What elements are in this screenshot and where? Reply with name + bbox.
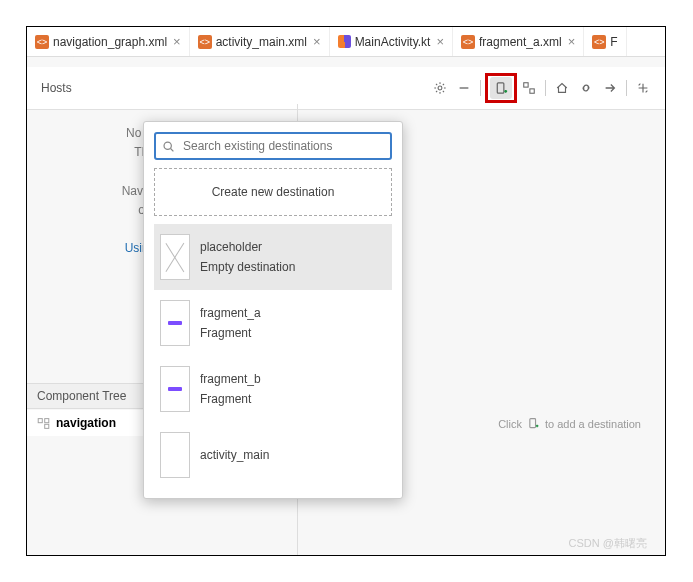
auto-arrange-icon[interactable] [632, 77, 654, 99]
editor-tabs: <> navigation_graph.xml × <> activity_ma… [27, 27, 665, 57]
hint-text: to add a destination [545, 418, 641, 430]
close-icon[interactable]: × [568, 34, 576, 49]
item-subtitle: Empty destination [200, 257, 295, 277]
xml-icon: <> [198, 35, 212, 49]
tab-navigation-graph[interactable]: <> navigation_graph.xml × [27, 27, 190, 56]
tab-label: MainActivity.kt [355, 35, 431, 49]
arrow-right-icon[interactable] [599, 77, 621, 99]
close-icon[interactable]: × [313, 34, 321, 49]
highlight-add-destination [485, 73, 517, 103]
watermark: CSDN @韩曙亮 [569, 536, 647, 551]
nested-graph-icon[interactable] [518, 77, 540, 99]
tab-label: activity_main.xml [216, 35, 307, 49]
svg-rect-7 [530, 419, 536, 428]
panel-title: Hosts [41, 81, 428, 95]
item-title: fragment_b [200, 369, 261, 389]
tab-activity-main[interactable]: <> activity_main.xml × [190, 27, 330, 56]
minus-icon[interactable] [453, 77, 475, 99]
app-frame: <> navigation_graph.xml × <> activity_ma… [26, 26, 666, 556]
component-tree-root: navigation [56, 416, 116, 430]
separator [545, 80, 546, 96]
fragment-thumb [160, 300, 190, 346]
search-field[interactable] [154, 132, 392, 160]
svg-rect-4 [38, 418, 42, 422]
link-icon[interactable] [575, 77, 597, 99]
destination-list: Create new destination placeholder Empty… [154, 168, 392, 488]
canvas-empty-hint: Click to add a destination [498, 417, 641, 430]
add-destination-icon [527, 417, 540, 430]
item-title: activity_main [200, 445, 269, 465]
tab-label: fragment_a.xml [479, 35, 562, 49]
item-title: fragment_a [200, 303, 261, 323]
navigation-icon [37, 417, 50, 430]
component-tree-title: Component Tree [37, 389, 126, 403]
tab-label: F [610, 35, 617, 49]
list-item-fragment-b[interactable]: fragment_b Fragment [154, 356, 392, 422]
close-icon[interactable]: × [173, 34, 181, 49]
item-subtitle: Fragment [200, 323, 261, 343]
tab-overflow[interactable]: <> F [584, 27, 626, 56]
activity-thumb [160, 432, 190, 478]
svg-rect-3 [530, 89, 534, 93]
tab-fragment-a[interactable]: <> fragment_a.xml × [453, 27, 584, 56]
list-item-placeholder[interactable]: placeholder Empty destination [154, 224, 392, 290]
add-destination-popup: Create new destination placeholder Empty… [143, 121, 403, 499]
kotlin-icon [338, 35, 351, 48]
close-icon[interactable]: × [436, 34, 444, 49]
separator [480, 80, 481, 96]
fragment-thumb [160, 366, 190, 412]
hint-text: Click [498, 418, 522, 430]
placeholder-thumb [160, 234, 190, 280]
home-icon[interactable] [551, 77, 573, 99]
svg-point-8 [164, 142, 171, 149]
xml-icon: <> [461, 35, 475, 49]
item-subtitle: Fragment [200, 389, 261, 409]
svg-rect-6 [45, 418, 49, 422]
svg-point-0 [438, 86, 442, 90]
search-input[interactable] [181, 138, 384, 154]
tab-label: navigation_graph.xml [53, 35, 167, 49]
add-destination-button[interactable] [490, 77, 512, 99]
gear-icon[interactable] [429, 77, 451, 99]
list-item-fragment-a[interactable]: fragment_a Fragment [154, 290, 392, 356]
svg-rect-1 [497, 82, 504, 92]
create-new-destination[interactable]: Create new destination [154, 168, 392, 216]
item-title: placeholder [200, 237, 295, 257]
search-icon [162, 140, 175, 153]
tab-main-activity[interactable]: MainActivity.kt × [330, 27, 453, 56]
list-item-activity-main[interactable]: activity_main [154, 422, 392, 488]
svg-rect-2 [524, 83, 528, 87]
xml-icon: <> [592, 35, 606, 49]
xml-icon: <> [35, 35, 49, 49]
svg-rect-5 [45, 424, 49, 428]
separator [626, 80, 627, 96]
